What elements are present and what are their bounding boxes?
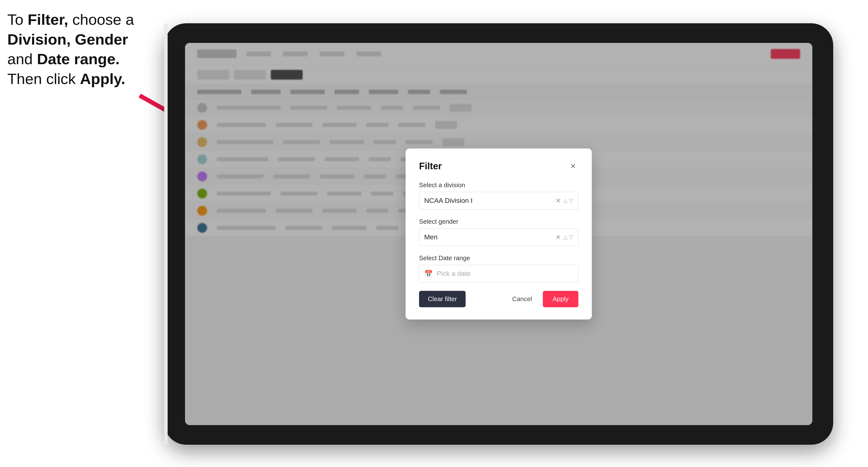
calendar-icon: 📅	[424, 270, 433, 278]
date-label: Select Date range	[419, 254, 578, 262]
modal-overlay: Filter ✕ Select a division NCAA Division…	[185, 43, 812, 425]
gender-label: Select gender	[419, 218, 578, 225]
gender-select[interactable]: Men ✕ △ ▽	[419, 228, 578, 246]
tablet-frame: Filter ✕ Select a division NCAA Division…	[164, 23, 833, 445]
tablet-side-accent	[164, 23, 167, 445]
date-form-group: Select Date range 📅 Pick a date	[419, 254, 578, 282]
instruction-line3: and Date range.	[7, 51, 120, 67]
instruction-bold2: Division, Gender	[7, 31, 128, 48]
division-form-group: Select a division NCAA Division I ✕ △ ▽	[419, 181, 578, 210]
instruction-bold3: Date range.	[37, 51, 120, 67]
gender-form-group: Select gender Men ✕ △ ▽	[419, 218, 578, 246]
division-value: NCAA Division I	[424, 197, 473, 205]
tablet-screen: Filter ✕ Select a division NCAA Division…	[185, 43, 812, 425]
division-chevron-icon: △ ▽	[563, 197, 573, 204]
modal-title: Filter	[419, 161, 442, 172]
date-input[interactable]: 📅 Pick a date	[419, 265, 578, 282]
instruction-bold4: Apply.	[80, 70, 125, 87]
gender-value: Men	[424, 233, 437, 241]
close-button[interactable]: ✕	[567, 161, 578, 172]
apply-button[interactable]: Apply	[543, 291, 578, 307]
filter-modal: Filter ✕ Select a division NCAA Division…	[406, 149, 592, 319]
modal-header: Filter ✕	[419, 161, 578, 172]
instruction-line4: Then click Apply.	[7, 70, 125, 87]
division-select-controls: ✕ △ ▽	[556, 197, 573, 205]
division-clear-icon[interactable]: ✕	[556, 197, 561, 205]
gender-select-controls: ✕ △ ▽	[556, 234, 573, 241]
instruction-line1: To Filter, choose aDivision, Genderand D…	[7, 11, 134, 87]
cancel-button[interactable]: Cancel	[507, 291, 537, 307]
division-select[interactable]: NCAA Division I ✕ △ ▽	[419, 192, 578, 210]
division-label: Select a division	[419, 181, 578, 189]
clear-filter-button[interactable]: Clear filter	[419, 291, 466, 307]
date-placeholder: Pick a date	[437, 270, 471, 278]
modal-footer: Clear filter Cancel Apply	[419, 291, 578, 307]
gender-clear-icon[interactable]: ✕	[556, 234, 561, 241]
modal-footer-right: Cancel Apply	[507, 291, 578, 307]
gender-chevron-icon: △ ▽	[563, 234, 573, 240]
instruction-panel: To Filter, choose aDivision, Genderand D…	[7, 10, 150, 89]
